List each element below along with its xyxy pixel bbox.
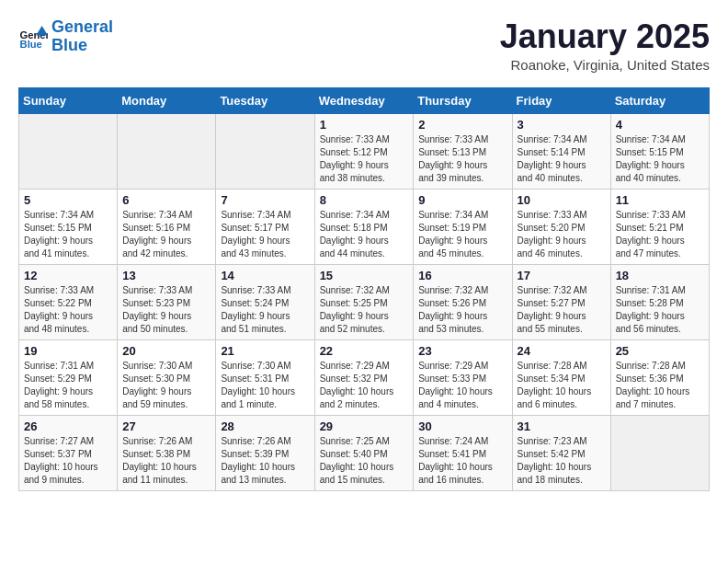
calendar-cell: 31Sunrise: 7:23 AM Sunset: 5:42 PM Dayli… [512,415,610,490]
day-number: 30 [418,419,506,433]
day-number: 10 [518,193,606,207]
day-number: 26 [24,419,112,433]
calendar-subtitle: Roanoke, Virginia, United States [500,57,710,73]
day-info: Sunrise: 7:34 AM Sunset: 5:19 PM Dayligh… [418,209,506,260]
day-info: Sunrise: 7:26 AM Sunset: 5:38 PM Dayligh… [122,435,210,487]
calendar-cell: 2Sunrise: 7:33 AM Sunset: 5:13 PM Daylig… [414,113,512,189]
day-number: 29 [320,419,409,433]
calendar-cell: 28Sunrise: 7:26 AM Sunset: 5:39 PM Dayli… [216,415,314,490]
calendar-cell: 29Sunrise: 7:25 AM Sunset: 5:40 PM Dayli… [314,415,414,490]
day-info: Sunrise: 7:34 AM Sunset: 5:15 PM Dayligh… [24,209,112,260]
day-number: 12 [24,269,112,282]
calendar-cell: 24Sunrise: 7:28 AM Sunset: 5:34 PM Dayli… [512,339,610,415]
day-number: 1 [320,118,409,132]
calendar-cell: 5Sunrise: 7:34 AM Sunset: 5:15 PM Daylig… [19,189,118,264]
weekday-header-wednesday: Wednesday [314,87,414,113]
weekday-header-thursday: Thursday [414,87,512,113]
calendar-cell [19,113,118,189]
day-number: 3 [518,118,606,132]
calendar-header: SundayMondayTuesdayWednesdayThursdayFrid… [19,87,710,113]
day-info: Sunrise: 7:28 AM Sunset: 5:34 PM Dayligh… [518,360,606,411]
calendar-cell: 18Sunrise: 7:31 AM Sunset: 5:28 PM Dayli… [610,264,709,339]
day-number: 27 [122,419,210,433]
calendar-cell: 12Sunrise: 7:33 AM Sunset: 5:22 PM Dayli… [19,264,118,339]
calendar-week-row: 26Sunrise: 7:27 AM Sunset: 5:37 PM Dayli… [19,415,710,490]
day-info: Sunrise: 7:28 AM Sunset: 5:36 PM Dayligh… [616,360,704,411]
day-info: Sunrise: 7:29 AM Sunset: 5:32 PM Dayligh… [320,360,409,411]
day-number: 7 [221,193,309,207]
calendar-cell: 8Sunrise: 7:34 AM Sunset: 5:18 PM Daylig… [314,189,414,264]
calendar-cell: 10Sunrise: 7:33 AM Sunset: 5:20 PM Dayli… [512,189,610,264]
day-number: 6 [122,193,210,207]
calendar-cell: 22Sunrise: 7:29 AM Sunset: 5:32 PM Dayli… [314,339,414,415]
calendar-week-row: 12Sunrise: 7:33 AM Sunset: 5:22 PM Dayli… [19,264,710,339]
calendar-cell: 6Sunrise: 7:34 AM Sunset: 5:16 PM Daylig… [118,189,216,264]
day-number: 28 [221,419,309,433]
calendar-cell: 19Sunrise: 7:31 AM Sunset: 5:29 PM Dayli… [19,339,118,415]
calendar-cell: 17Sunrise: 7:32 AM Sunset: 5:27 PM Dayli… [512,264,610,339]
calendar-cell: 20Sunrise: 7:30 AM Sunset: 5:30 PM Dayli… [118,339,216,415]
calendar-cell: 16Sunrise: 7:32 AM Sunset: 5:26 PM Dayli… [414,264,512,339]
day-number: 31 [518,419,606,433]
day-info: Sunrise: 7:34 AM Sunset: 5:16 PM Dayligh… [122,209,210,260]
day-number: 8 [320,193,409,207]
calendar-cell: 11Sunrise: 7:33 AM Sunset: 5:21 PM Dayli… [610,189,709,264]
weekday-header-sunday: Sunday [19,87,118,113]
day-number: 20 [122,344,210,358]
weekday-header-tuesday: Tuesday [216,87,314,113]
calendar-cell: 27Sunrise: 7:26 AM Sunset: 5:38 PM Dayli… [118,415,216,490]
logo: General Blue General Blue [18,18,113,55]
day-info: Sunrise: 7:32 AM Sunset: 5:27 PM Dayligh… [518,284,606,336]
day-number: 14 [221,269,309,282]
day-info: Sunrise: 7:32 AM Sunset: 5:26 PM Dayligh… [418,284,506,336]
day-number: 22 [320,344,409,358]
calendar-table: SundayMondayTuesdayWednesdayThursdayFrid… [18,87,710,491]
day-info: Sunrise: 7:34 AM Sunset: 5:17 PM Dayligh… [221,209,309,260]
day-info: Sunrise: 7:25 AM Sunset: 5:40 PM Dayligh… [320,435,409,487]
day-info: Sunrise: 7:23 AM Sunset: 5:42 PM Dayligh… [518,435,606,487]
day-info: Sunrise: 7:26 AM Sunset: 5:39 PM Dayligh… [221,435,309,487]
day-info: Sunrise: 7:34 AM Sunset: 5:15 PM Dayligh… [616,133,704,185]
weekday-header-saturday: Saturday [610,87,709,113]
calendar-cell: 23Sunrise: 7:29 AM Sunset: 5:33 PM Dayli… [414,339,512,415]
day-info: Sunrise: 7:30 AM Sunset: 5:31 PM Dayligh… [221,360,309,411]
page-header: General Blue General Blue January 2025 R… [18,18,710,73]
day-number: 2 [418,118,506,132]
day-number: 5 [24,193,112,207]
calendar-cell: 9Sunrise: 7:34 AM Sunset: 5:19 PM Daylig… [414,189,512,264]
calendar-body: 1Sunrise: 7:33 AM Sunset: 5:12 PM Daylig… [19,113,710,490]
day-info: Sunrise: 7:33 AM Sunset: 5:20 PM Dayligh… [518,209,606,260]
day-number: 17 [518,269,606,282]
day-info: Sunrise: 7:31 AM Sunset: 5:28 PM Dayligh… [616,284,704,336]
day-info: Sunrise: 7:32 AM Sunset: 5:25 PM Dayligh… [320,284,409,336]
day-number: 15 [320,269,409,282]
calendar-cell: 13Sunrise: 7:33 AM Sunset: 5:23 PM Dayli… [118,264,216,339]
day-info: Sunrise: 7:34 AM Sunset: 5:18 PM Dayligh… [320,209,409,260]
day-number: 25 [616,344,704,358]
calendar-cell: 30Sunrise: 7:24 AM Sunset: 5:41 PM Dayli… [414,415,512,490]
calendar-cell: 26Sunrise: 7:27 AM Sunset: 5:37 PM Dayli… [19,415,118,490]
day-info: Sunrise: 7:33 AM Sunset: 5:21 PM Dayligh… [616,209,704,260]
calendar-cell: 25Sunrise: 7:28 AM Sunset: 5:36 PM Dayli… [610,339,709,415]
day-info: Sunrise: 7:33 AM Sunset: 5:24 PM Dayligh… [221,284,309,336]
day-number: 23 [418,344,506,358]
calendar-week-row: 1Sunrise: 7:33 AM Sunset: 5:12 PM Daylig… [19,113,710,189]
logo-general: General [51,18,113,37]
weekday-header-friday: Friday [512,87,610,113]
day-number: 21 [221,344,309,358]
day-number: 9 [418,193,506,207]
day-info: Sunrise: 7:24 AM Sunset: 5:41 PM Dayligh… [418,435,506,487]
day-number: 18 [616,269,704,282]
calendar-cell: 15Sunrise: 7:32 AM Sunset: 5:25 PM Dayli… [314,264,414,339]
weekday-header-row: SundayMondayTuesdayWednesdayThursdayFrid… [19,87,710,113]
logo-icon: General Blue [18,22,48,52]
calendar-week-row: 5Sunrise: 7:34 AM Sunset: 5:15 PM Daylig… [19,189,710,264]
calendar-cell [216,113,314,189]
day-info: Sunrise: 7:33 AM Sunset: 5:23 PM Dayligh… [122,284,210,336]
calendar-cell: 14Sunrise: 7:33 AM Sunset: 5:24 PM Dayli… [216,264,314,339]
day-info: Sunrise: 7:34 AM Sunset: 5:14 PM Dayligh… [518,133,606,185]
calendar-cell [118,113,216,189]
title-block: January 2025 Roanoke, Virginia, United S… [500,18,710,73]
day-info: Sunrise: 7:29 AM Sunset: 5:33 PM Dayligh… [418,360,506,411]
day-info: Sunrise: 7:30 AM Sunset: 5:30 PM Dayligh… [122,360,210,411]
